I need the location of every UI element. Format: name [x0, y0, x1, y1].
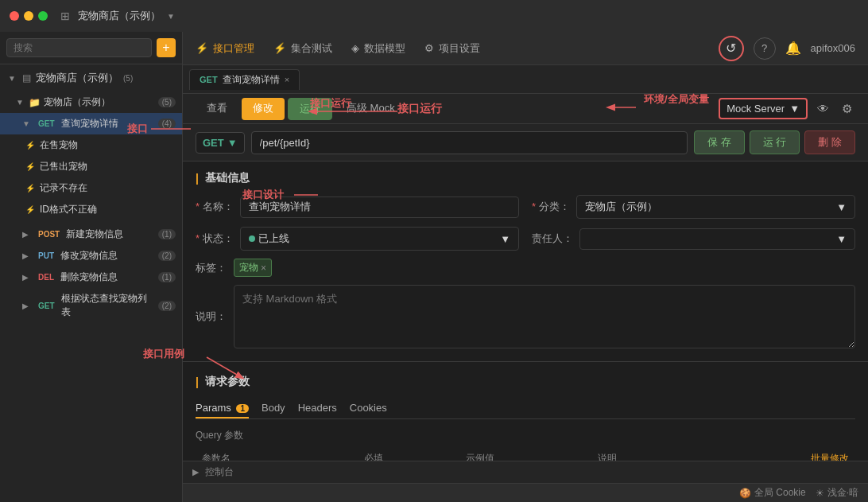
- th-batch-edit[interactable]: 批量修改: [693, 447, 855, 461]
- tab-view[interactable]: 查看: [196, 98, 238, 120]
- status-bar: 🍪 全局 Cookie ☀ 浅金·暗: [183, 483, 868, 502]
- chevron-right-icon: ▶: [22, 251, 32, 260]
- status-theme[interactable]: ☀ 浅金·暗: [816, 486, 858, 500]
- lightning-icon: ⚡: [25, 141, 35, 150]
- sidebar-item-example-3[interactable]: ⚡ 记录不存在: [0, 177, 182, 199]
- url-bar: GET ▼ 保 存 运 行 删 除: [183, 124, 868, 161]
- minimize-button[interactable]: [24, 11, 33, 21]
- sidebar-item-del-delete-pet[interactable]: ▶ DEL 删除宠物信息 (1): [0, 267, 182, 288]
- api-label: 删除宠物信息: [60, 270, 155, 284]
- category-label: * 分类：: [532, 200, 570, 214]
- sidebar-item-folder-pets[interactable]: ▼ 📁 宠物店（示例） (5): [0, 91, 182, 113]
- tab-run[interactable]: 运行: [288, 98, 332, 120]
- chevron-down-icon: ▼: [836, 233, 847, 245]
- folder-count: (5): [158, 97, 176, 107]
- basic-info-form: * 名称： * 分类： 宠物店（示例） ▼ * 状态：: [196, 195, 855, 348]
- sidebar-item-post-add-pet[interactable]: ▶ POST 新建宠物信息 (1): [0, 224, 182, 245]
- form-row-tags: 标签： 宠物 ×: [196, 259, 855, 277]
- form-row-desc: 说明：: [196, 285, 855, 348]
- nav-left: ⚡ 接口管理 ⚡ 集合测试 ◈ 数据模型 ⚙ 项目设置: [196, 38, 480, 59]
- category-value: 宠物店（示例）: [585, 200, 657, 214]
- example-label: ID格式不正确: [40, 203, 176, 216]
- nav-datamodel[interactable]: ◈ 数据模型: [351, 38, 405, 59]
- nav-settings[interactable]: ⚙ 项目设置: [424, 38, 480, 59]
- sidebar-item-example-1[interactable]: ⚡ 在售宠物: [0, 134, 182, 156]
- help-icon[interactable]: ?: [754, 37, 776, 60]
- url-actions: 保 存 运 行 删 除: [694, 130, 855, 154]
- preview-icon[interactable]: 👁: [814, 99, 832, 119]
- request-params-title: 请求参数: [196, 375, 855, 389]
- save-button[interactable]: 保 存: [694, 130, 745, 154]
- owner-select[interactable]: ▼: [579, 228, 855, 250]
- search-input[interactable]: [6, 38, 152, 57]
- desc-textarea[interactable]: [234, 285, 855, 348]
- sidebar-item-get-query-pet[interactable]: ▼ GET 查询宠物详情 (4): [0, 113, 182, 134]
- folder-icon: 📁: [29, 97, 41, 108]
- mock-server-label: Mock Server: [727, 103, 785, 115]
- console-bar: ▶ 控制台: [183, 461, 868, 483]
- tab-headers[interactable]: Headers: [298, 399, 337, 418]
- form-row-status: * 状态： 已上线 ▼: [196, 227, 519, 251]
- top-nav: ⚡ 接口管理 ⚡ 集合测试 ◈ 数据模型 ⚙ 项目设置 ↺ ?: [183, 32, 868, 65]
- tab-body[interactable]: Body: [262, 399, 285, 418]
- main-content: ⚡ 接口管理 ⚡ 集合测试 ◈ 数据模型 ⚙ 项目设置 ↺ ?: [183, 32, 868, 502]
- url-input[interactable]: [251, 131, 688, 154]
- add-button[interactable]: +: [157, 38, 176, 57]
- titlebar: ⊞ 宠物商店（示例） ▼: [0, 0, 868, 32]
- tab-query-pet[interactable]: GET 查询宠物详情 ×: [189, 69, 300, 90]
- maximize-button[interactable]: [38, 11, 48, 21]
- tab-bar: GET 查询宠物详情 ×: [183, 65, 868, 94]
- th-required: 必填: [358, 447, 459, 461]
- status-cookie[interactable]: 🍪 全局 Cookie: [739, 486, 806, 500]
- sidebar-item-get-search-pets[interactable]: ▶ GET 根据状态查找宠物列表 (2): [0, 288, 182, 323]
- sidebar-item-example-2[interactable]: ⚡ 已售出宠物: [0, 156, 182, 177]
- category-select[interactable]: 宠物店（示例） ▼: [576, 195, 855, 219]
- folder-label: 宠物店（示例）: [44, 95, 155, 109]
- form-row-name: * 名称：: [196, 195, 519, 219]
- app-title: 宠物商店（示例）: [78, 9, 161, 23]
- sidebar-item-example-4[interactable]: ⚡ ID格式不正确: [0, 199, 182, 220]
- api-label: 根据状态查找宠物列表: [61, 292, 155, 319]
- nav-label: 集合测试: [291, 41, 332, 56]
- query-section-label: Query 参数: [196, 426, 855, 447]
- status-dot: [249, 235, 255, 242]
- method-label: GET: [203, 137, 224, 149]
- nav-interface[interactable]: ⚡ 接口管理: [196, 38, 254, 59]
- sidebar-item-project[interactable]: ▼ ▤ 宠物商店（示例） (5): [0, 64, 182, 91]
- example-label: 记录不存在: [40, 181, 176, 195]
- bell-icon[interactable]: 🔔: [785, 41, 801, 56]
- settings-icon[interactable]: ⚙: [839, 99, 855, 119]
- close-icon[interactable]: ×: [261, 263, 266, 274]
- mock-server-select[interactable]: Mock Server ▼: [719, 98, 808, 119]
- nav-right: ↺ ? 🔔 apifox006: [719, 36, 855, 61]
- tab-params[interactable]: Params 1: [196, 399, 249, 418]
- close-button[interactable]: [10, 11, 19, 21]
- th-param-name: 参数名: [196, 447, 358, 461]
- close-icon[interactable]: ×: [285, 75, 289, 84]
- run-button[interactable]: 运 行: [750, 130, 800, 154]
- table-header-row: 参数名 必填 示例值 说明 批量修改: [196, 447, 855, 461]
- chevron-down-icon: ▼: [500, 233, 510, 245]
- tab-edit[interactable]: 修改: [242, 98, 285, 120]
- lightning-icon: ⚡: [25, 184, 35, 193]
- request-params-section: 请求参数 Params 1 Body Headers Cookies Query…: [183, 365, 868, 461]
- chevron-right-icon: ▶: [22, 273, 32, 282]
- method-badge-post: POST: [35, 229, 63, 239]
- tab-advanced-mock[interactable]: 高级 Mock: [335, 98, 406, 120]
- example-label: 已售出宠物: [40, 160, 176, 173]
- tab-cookies[interactable]: Cookies: [350, 399, 387, 418]
- folder-icon: ▤: [22, 72, 31, 84]
- method-select[interactable]: GET ▼: [196, 132, 245, 154]
- api-count: (2): [158, 251, 176, 261]
- nav-label: 数据模型: [364, 41, 405, 56]
- delete-button[interactable]: 删 除: [804, 130, 855, 154]
- terminal-icon: ▶: [192, 467, 199, 477]
- status-select[interactable]: 已上线 ▼: [240, 227, 519, 251]
- gear-icon: ⚙: [424, 42, 434, 54]
- name-input[interactable]: [240, 197, 519, 218]
- chevron-down-icon: ▼: [22, 119, 32, 128]
- nav-integration[interactable]: ⚡ 集合测试: [273, 38, 332, 59]
- app-chevron-icon[interactable]: ▼: [167, 12, 175, 21]
- refresh-button[interactable]: ↺: [719, 36, 744, 61]
- sidebar-item-put-edit-pet[interactable]: ▶ PUT 修改宠物信息 (2): [0, 245, 182, 267]
